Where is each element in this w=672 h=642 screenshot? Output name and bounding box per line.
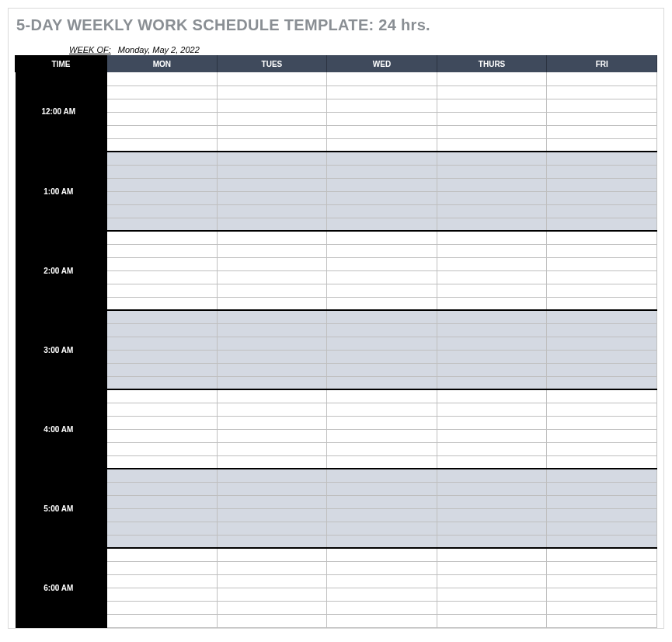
schedule-cell[interactable] [107,310,218,323]
schedule-cell[interactable] [437,522,547,535]
schedule-cell[interactable] [327,389,437,403]
schedule-cell[interactable] [217,469,327,482]
schedule-cell[interactable] [437,376,547,389]
schedule-cell[interactable] [327,601,437,614]
schedule-cell[interactable] [217,125,327,138]
schedule-cell[interactable] [217,284,327,297]
schedule-cell[interactable] [327,614,437,627]
schedule-cell[interactable] [107,85,218,99]
schedule-cell[interactable] [547,350,657,363]
schedule-cell[interactable] [547,614,657,627]
schedule-cell[interactable] [327,574,437,588]
schedule-cell[interactable] [327,376,437,389]
schedule-cell[interactable] [217,231,327,244]
schedule-cell[interactable] [547,495,657,508]
schedule-cell[interactable] [217,85,327,99]
schedule-cell[interactable] [437,125,547,138]
schedule-cell[interactable] [107,284,218,297]
schedule-cell[interactable] [217,548,327,561]
schedule-cell[interactable] [547,191,657,204]
schedule-cell[interactable] [327,337,437,350]
schedule-cell[interactable] [437,548,547,561]
schedule-cell[interactable] [217,429,327,442]
schedule-cell[interactable] [217,363,327,376]
schedule-cell[interactable] [547,99,657,112]
schedule-cell[interactable] [327,191,437,204]
schedule-cell[interactable] [547,508,657,522]
schedule-cell[interactable] [327,469,437,482]
schedule-cell[interactable] [327,416,437,429]
schedule-cell[interactable] [547,310,657,323]
schedule-cell[interactable] [437,178,547,191]
schedule-cell[interactable] [327,125,437,138]
schedule-cell[interactable] [217,204,327,218]
schedule-cell[interactable] [217,588,327,601]
schedule-cell[interactable] [217,442,327,455]
schedule-cell[interactable] [217,218,327,231]
schedule-cell[interactable] [547,363,657,376]
schedule-cell[interactable] [107,522,218,535]
schedule-cell[interactable] [547,165,657,178]
schedule-cell[interactable] [437,535,547,548]
schedule-cell[interactable] [327,218,437,231]
schedule-cell[interactable] [107,561,218,574]
schedule-cell[interactable] [107,429,218,442]
schedule-cell[interactable] [327,244,437,257]
schedule-cell[interactable] [547,574,657,588]
schedule-cell[interactable] [327,548,437,561]
schedule-cell[interactable] [437,455,547,469]
schedule-cell[interactable] [547,284,657,297]
schedule-cell[interactable] [437,231,547,244]
schedule-cell[interactable] [437,72,547,85]
schedule-cell[interactable] [107,323,218,337]
schedule-cell[interactable] [107,574,218,588]
schedule-cell[interactable] [327,204,437,218]
schedule-cell[interactable] [437,270,547,284]
schedule-cell[interactable] [547,548,657,561]
schedule-cell[interactable] [217,297,327,310]
schedule-cell[interactable] [217,257,327,270]
schedule-cell[interactable] [107,244,218,257]
schedule-cell[interactable] [217,416,327,429]
schedule-cell[interactable] [547,270,657,284]
schedule-cell[interactable] [547,204,657,218]
schedule-cell[interactable] [327,455,437,469]
schedule-cell[interactable] [437,204,547,218]
schedule-cell[interactable] [107,442,218,455]
schedule-cell[interactable] [107,72,218,85]
schedule-cell[interactable] [437,442,547,455]
schedule-cell[interactable] [437,469,547,482]
schedule-cell[interactable] [547,429,657,442]
schedule-cell[interactable] [217,561,327,574]
schedule-cell[interactable] [437,152,547,165]
schedule-cell[interactable] [547,561,657,574]
schedule-cell[interactable] [107,508,218,522]
schedule-cell[interactable] [547,376,657,389]
schedule-cell[interactable] [547,218,657,231]
schedule-cell[interactable] [217,455,327,469]
schedule-cell[interactable] [547,482,657,495]
schedule-cell[interactable] [327,165,437,178]
schedule-cell[interactable] [547,152,657,165]
schedule-cell[interactable] [327,535,437,548]
schedule-cell[interactable] [437,389,547,403]
schedule-cell[interactable] [327,588,437,601]
schedule-cell[interactable] [437,614,547,627]
schedule-cell[interactable] [437,429,547,442]
schedule-cell[interactable] [107,138,218,152]
schedule-cell[interactable] [437,191,547,204]
schedule-cell[interactable] [327,561,437,574]
schedule-cell[interactable] [327,350,437,363]
schedule-cell[interactable] [547,178,657,191]
schedule-cell[interactable] [437,403,547,416]
schedule-cell[interactable] [217,508,327,522]
schedule-cell[interactable] [107,178,218,191]
schedule-cell[interactable] [107,112,218,125]
schedule-cell[interactable] [107,588,218,601]
schedule-cell[interactable] [217,72,327,85]
schedule-cell[interactable] [217,191,327,204]
schedule-cell[interactable] [437,218,547,231]
schedule-cell[interactable] [327,72,437,85]
schedule-cell[interactable] [437,138,547,152]
schedule-cell[interactable] [327,363,437,376]
